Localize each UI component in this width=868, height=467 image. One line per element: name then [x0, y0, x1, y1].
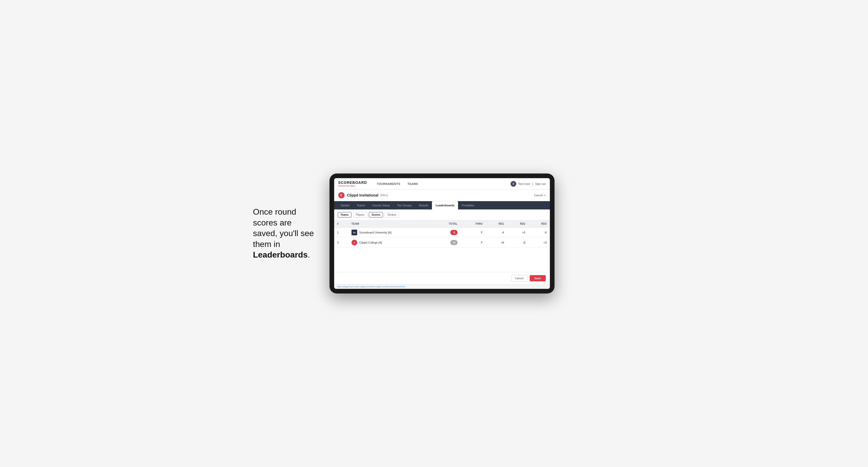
score-badge-1: -5 — [450, 230, 458, 235]
leaderboard-table: # TEAM TOTAL THRU RD1 RD2 RD3 1 — [334, 220, 550, 248]
user-avatar: S — [510, 181, 516, 187]
team-name-1: SU Scoreboard University [A] — [348, 227, 433, 238]
thru-1: F — [461, 227, 486, 238]
nav-links: TOURNAMENTS TEAMS — [373, 178, 422, 189]
rd1-1: -4 — [486, 227, 507, 238]
thru-2: F — [461, 238, 486, 248]
top-nav: SCOREBOARD Powered by clippd TOURNAMENTS… — [334, 178, 550, 190]
rd3-2: +3 — [528, 238, 550, 248]
col-thru: THRU — [461, 220, 486, 227]
col-total: TOTAL — [433, 220, 461, 227]
col-rd3: RD3 — [528, 220, 550, 227]
tab-tee-groups[interactable]: Tee Groups — [393, 201, 415, 210]
desc-line2: scores are — [253, 218, 291, 227]
content-area: # TEAM TOTAL THRU RD1 RD2 RD3 1 — [334, 220, 550, 256]
rank-1: 1 — [334, 227, 348, 238]
user-name: Test User — [518, 182, 530, 185]
total-1: -5 — [433, 227, 461, 238]
sub-tab-teams[interactable]: Teams — [338, 212, 351, 217]
col-rd2: RD2 — [507, 220, 528, 227]
tab-results[interactable]: Results — [415, 201, 432, 210]
rank-2: 2 — [334, 238, 348, 248]
sub-tab-strokes[interactable]: Strokes — [384, 212, 399, 217]
table-header-row: # TEAM TOTAL THRU RD1 RD2 RD3 — [334, 220, 550, 227]
desc-line4: them in — [253, 240, 280, 249]
team-logo-1: SU — [351, 229, 357, 235]
sub-tabs: Teams Players Scores Strokes — [334, 210, 550, 220]
tab-leaderboards[interactable]: Leaderboards — [432, 201, 458, 210]
tournament-gender: (Men) — [380, 193, 388, 197]
page-wrapper: Once round scores are saved, you'll see … — [253, 174, 615, 293]
rd2-1: +5 — [507, 227, 528, 238]
tournament-logo: C — [338, 192, 344, 198]
tablet-screen: SCOREBOARD Powered by clippd TOURNAMENTS… — [334, 178, 550, 289]
rd2-2: -8 — [507, 238, 528, 248]
left-description: Once round scores are saved, you'll see … — [253, 207, 314, 260]
tournament-header: C Clippd Invitational (Men) Cancel × — [334, 190, 550, 201]
logo-area: SCOREBOARD Powered by clippd — [338, 181, 367, 187]
footer-bar: Cancel Save — [334, 272, 550, 284]
sub-tab-scores[interactable]: Scores — [369, 212, 383, 217]
separator: | — [532, 182, 533, 185]
logo-subtitle: Powered by clippd — [338, 185, 367, 187]
cancel-button[interactable]: Cancel — [511, 275, 528, 282]
col-rd1: RD1 — [486, 220, 507, 227]
desc-line3: saved, you'll see — [253, 228, 314, 238]
cancel-x-button[interactable]: Cancel × — [534, 194, 546, 197]
desc-period: . — [308, 250, 310, 259]
tab-details[interactable]: Details — [337, 201, 353, 210]
team-name-2: C Clippd College [A] — [348, 238, 433, 248]
sub-tab-players[interactable]: Players — [353, 212, 367, 217]
tab-course-setup[interactable]: Course Setup — [369, 201, 393, 210]
logo-title: SCOREBOARD — [338, 181, 367, 185]
url-bar: https://stage-blue-coach.stagescoreboard… — [334, 284, 550, 289]
nav-link-tournaments[interactable]: TOURNAMENTS — [373, 179, 404, 190]
col-rank: # — [334, 220, 348, 227]
desc-line5-bold: Leaderboards — [253, 250, 308, 259]
rd3-1: -6 — [528, 227, 550, 238]
col-team: TEAM — [348, 220, 433, 227]
url-text: https://stage-blue-coach.stagescoreboard… — [337, 285, 405, 288]
rd1-2: +8 — [486, 238, 507, 248]
nav-link-teams[interactable]: TEAMS — [404, 179, 422, 190]
nav-right: S Test User | Sign out — [510, 181, 546, 187]
table-row: 1 SU Scoreboard University [A] — [334, 227, 550, 238]
team-logo-2: C — [351, 240, 357, 245]
tab-printables[interactable]: Printables — [458, 201, 478, 210]
tab-navigation: Details Teams Course Setup Tee Groups Re… — [334, 201, 550, 210]
total-2: +3 — [433, 238, 461, 248]
save-button[interactable]: Save — [530, 275, 546, 281]
tab-teams[interactable]: Teams — [353, 201, 369, 210]
score-badge-2: +3 — [450, 240, 458, 245]
sign-out-link[interactable]: Sign out — [535, 182, 546, 185]
tournament-name: Clippd Invitational — [347, 193, 378, 197]
tablet-device: SCOREBOARD Powered by clippd TOURNAMENTS… — [330, 174, 555, 293]
table-row: 2 C Clippd College [A] +3 — [334, 238, 550, 248]
desc-line1: Once round — [253, 207, 296, 216]
